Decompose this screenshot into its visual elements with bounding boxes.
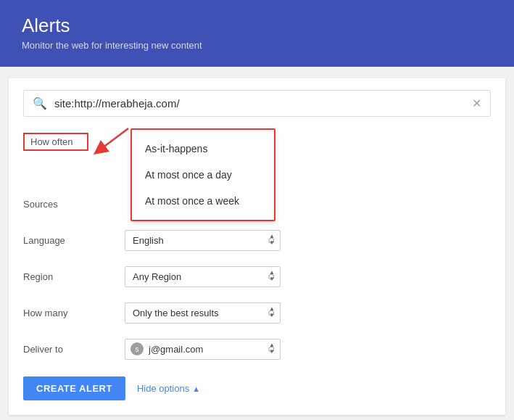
footer-row: CREATE ALERT Hide options ▲	[23, 376, 491, 400]
page-title: Alerts	[22, 15, 492, 37]
how-often-label: How often	[23, 133, 88, 151]
how-many-select-wrapper: Only the best results ▲ ▼	[125, 302, 281, 324]
search-input[interactable]	[54, 97, 472, 110]
how-many-label: How many	[23, 308, 125, 318]
search-icon: 🔍	[33, 96, 47, 110]
clear-icon[interactable]: ✕	[472, 96, 481, 110]
options-area: How often As-it-happens At most once a d…	[23, 128, 491, 362]
language-select[interactable]: English	[125, 230, 281, 251]
region-select-wrapper: Any Region ▲ ▼	[125, 266, 281, 287]
main-card: 🔍 ✕ How often As-it-happen	[9, 78, 505, 415]
sources-label: Sources	[23, 199, 125, 210]
how-many-select[interactable]: Only the best results	[125, 302, 281, 324]
dropdown-item-once-a-day[interactable]: At most once a day	[132, 162, 274, 188]
deliver-to-row: Deliver to j@gmail.com s ▲ ▼	[23, 336, 491, 362]
region-select[interactable]: Any Region	[125, 266, 281, 287]
deliver-to-label: Deliver to	[23, 344, 125, 355]
language-label: Language	[23, 235, 125, 246]
deliver-to-select[interactable]: j@gmail.com	[125, 339, 281, 360]
deliver-to-select-wrapper: j@gmail.com s ▲ ▼	[125, 339, 281, 360]
region-label: Region	[23, 271, 125, 282]
region-row: Region Any Region ▲ ▼	[23, 263, 491, 289]
how-often-row: How often As-it-happens At most once a d…	[23, 128, 491, 155]
dropdown-item-once-a-week[interactable]: At most once a week	[132, 188, 274, 214]
how-often-dropdown: As-it-happens At most once a day At most…	[130, 128, 275, 221]
chevron-up-icon: ▲	[192, 384, 200, 393]
create-alert-button[interactable]: CREATE ALERT	[23, 376, 125, 400]
how-many-row: How many Only the best results ▲ ▼	[23, 300, 491, 326]
language-row: Language English ▲ ▼	[23, 227, 491, 253]
arrow-indicator	[92, 125, 132, 160]
page-subtitle: Monitor the web for interesting new cont…	[22, 40, 492, 51]
header: Alerts Monitor the web for interesting n…	[0, 0, 514, 67]
svg-line-1	[99, 128, 128, 150]
hide-options-label: Hide options	[137, 383, 189, 394]
language-select-wrapper: English ▲ ▼	[125, 230, 281, 251]
search-bar: 🔍 ✕	[23, 90, 491, 117]
dropdown-item-as-it-happens[interactable]: As-it-happens	[132, 136, 274, 162]
hide-options-button[interactable]: Hide options ▲	[137, 383, 200, 394]
